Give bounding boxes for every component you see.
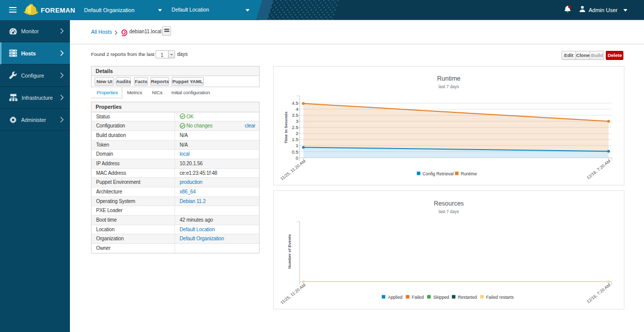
svg-text:11/25, 11:20 AM: 11/25, 11:20 AM	[279, 283, 306, 305]
svg-text:Restarted: Restarted	[458, 295, 477, 300]
svg-text:Applied: Applied	[388, 295, 403, 300]
svg-text:3: 3	[296, 119, 298, 124]
svg-text:last 7 days: last 7 days	[439, 209, 459, 214]
svg-text:0: 0	[296, 155, 298, 160]
svg-text:Number of Events: Number of Events	[287, 234, 292, 269]
svg-text:2: 2	[296, 131, 298, 136]
svg-text:0.5: 0.5	[292, 149, 298, 154]
svg-text:11/25, 11:20 AM: 11/25, 11:20 AM	[279, 158, 306, 181]
svg-text:2.5: 2.5	[292, 125, 298, 130]
svg-text:Resources: Resources	[434, 200, 464, 207]
svg-text:Runtime: Runtime	[461, 171, 477, 176]
svg-text:4.5: 4.5	[292, 101, 298, 106]
svg-text:4: 4	[296, 107, 298, 112]
svg-text:Failed: Failed	[412, 295, 424, 300]
svg-text:last 7 days: last 7 days	[439, 84, 459, 89]
svg-text:3.5: 3.5	[292, 113, 298, 118]
svg-text:Runtime: Runtime	[437, 75, 461, 82]
svg-text:Time in Seconds: Time in Seconds	[284, 111, 288, 143]
svg-text:1.5: 1.5	[292, 137, 298, 142]
svg-text:Failed restarts: Failed restarts	[486, 295, 514, 300]
svg-text:Skipped: Skipped	[433, 295, 449, 300]
svg-text:1: 1	[296, 143, 298, 148]
svg-text:12/16, 7:20 AM: 12/16, 7:20 AM	[586, 158, 611, 180]
svg-text:Config Retrieval: Config Retrieval	[423, 171, 454, 176]
svg-text:12/16, 7:20 AM: 12/16, 7:20 AM	[586, 283, 611, 304]
